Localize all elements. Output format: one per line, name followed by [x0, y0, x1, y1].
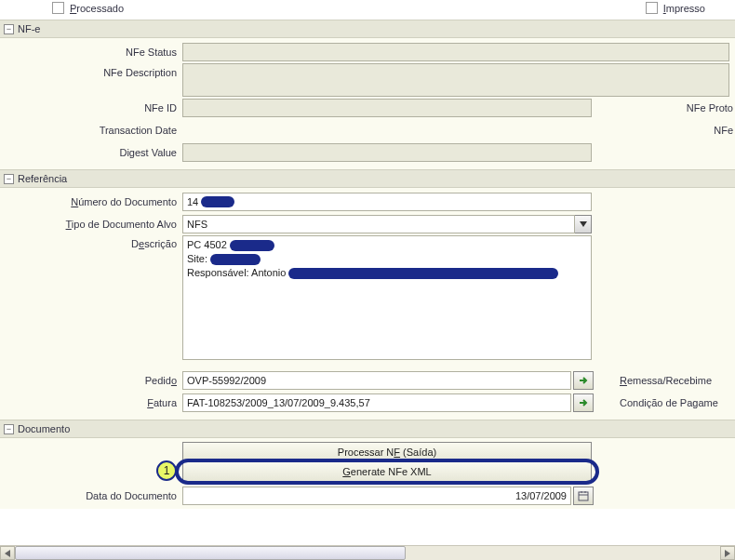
- impresso-checkbox[interactable]: [646, 2, 658, 14]
- fatura-label: Fatura: [0, 397, 182, 408]
- nfe-right-label: NFe: [714, 125, 735, 136]
- pedido-input[interactable]: [182, 371, 571, 390]
- remessa-label: Remessa/Recebime: [620, 375, 712, 386]
- num-doc-label: Número do Documento: [0, 196, 182, 207]
- section-documento-title: Documento: [18, 423, 70, 434]
- processado-checkbox[interactable]: [52, 2, 64, 14]
- tipo-doc-label: Tipo de Documento Alvo: [0, 219, 182, 230]
- data-doc-input[interactable]: [182, 487, 571, 505]
- fatura-link-button[interactable]: [573, 393, 594, 412]
- pedido-label: Pedido: [0, 375, 182, 386]
- section-documento-header: − Documento: [0, 420, 735, 438]
- tipo-doc-dropdown-button[interactable]: [575, 215, 592, 233]
- nfe-status-label: NFe Status: [0, 47, 182, 58]
- nfe-description-input[interactable]: [182, 63, 729, 97]
- impresso-label: Impresso: [663, 3, 705, 14]
- scroll-left-button[interactable]: [0, 546, 15, 560]
- tipo-doc-input[interactable]: [182, 215, 575, 233]
- nfe-description-label: NFe Description: [0, 63, 182, 78]
- svg-marker-0: [580, 221, 587, 227]
- data-doc-label: Data do Documento: [0, 490, 182, 501]
- callout-1: 1: [156, 460, 177, 481]
- desc-line3: Responsável: Antonio: [187, 267, 286, 278]
- nfe-id-label: NFe ID: [0, 102, 182, 113]
- digest-value-label: Digest Value: [0, 147, 182, 158]
- svg-marker-6: [725, 550, 730, 557]
- scroll-thumb[interactable]: [15, 546, 406, 560]
- nfe-proto-label: NFe Proto: [687, 102, 735, 113]
- data-doc-calendar-button[interactable]: [573, 487, 594, 505]
- nfe-status-input[interactable]: [182, 43, 729, 61]
- nfe-id-input[interactable]: [182, 99, 592, 117]
- num-doc-input[interactable]: [182, 193, 592, 211]
- horizontal-scrollbar[interactable]: [0, 545, 735, 560]
- processar-nf-button[interactable]: Processar NF (Saída): [182, 442, 592, 462]
- desc-line1: PC 4502: [187, 239, 227, 250]
- section-referencia-header: − Referência: [0, 169, 735, 188]
- section-nfe-header: − NF-e: [0, 20, 735, 38]
- pedido-link-button[interactable]: [573, 371, 594, 390]
- transaction-date-label: Transaction Date: [0, 125, 182, 136]
- scroll-right-button[interactable]: [720, 546, 735, 560]
- fatura-input[interactable]: [182, 393, 571, 412]
- svg-marker-5: [5, 550, 10, 557]
- section-nfe-title: NF-e: [18, 23, 40, 34]
- digest-value-input[interactable]: [182, 143, 592, 162]
- processado-label: Processado: [70, 3, 124, 14]
- desc-line2: Site:: [187, 253, 207, 264]
- condicao-label: Condição de Pagame: [620, 397, 718, 408]
- svg-rect-1: [579, 492, 588, 500]
- collapse-documento-icon[interactable]: −: [4, 424, 14, 434]
- generate-nfe-xml-button[interactable]: Generate NFe XML: [182, 462, 592, 483]
- section-referencia-title: Referência: [18, 173, 67, 184]
- descricao-label: Descrição: [0, 235, 182, 249]
- descricao-textarea[interactable]: PC 4502 Site: Responsável: Antonio: [182, 235, 592, 360]
- collapse-referencia-icon[interactable]: −: [4, 174, 14, 184]
- collapse-nfe-icon[interactable]: −: [4, 24, 14, 34]
